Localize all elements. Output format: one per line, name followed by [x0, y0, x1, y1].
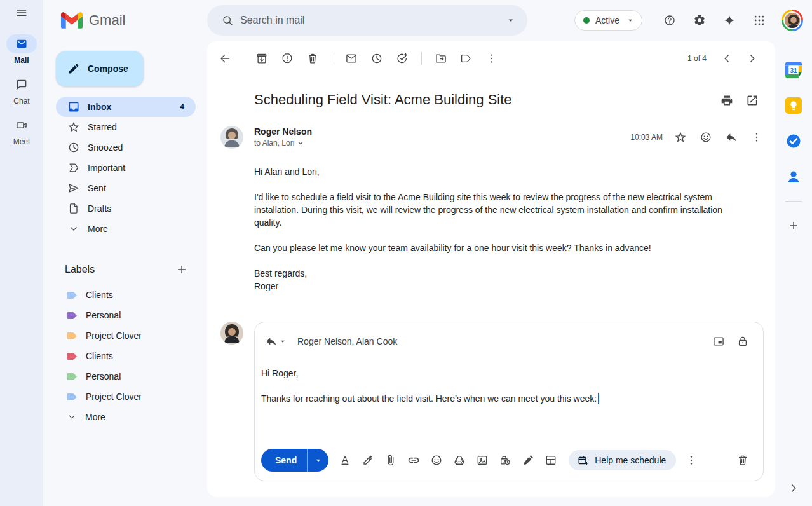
top-bar: Gmail Active	[43, 0, 812, 41]
sidebar-item-starred[interactable]: Starred	[56, 117, 196, 137]
back-button[interactable]	[212, 46, 238, 71]
sidebar-item-drafts[interactable]: Drafts	[56, 198, 196, 219]
confidential-lock-button[interactable]	[731, 330, 754, 353]
emoji-reaction-button[interactable]	[693, 125, 719, 150]
mark-unread-button[interactable]	[339, 46, 364, 71]
archive-button[interactable]	[249, 46, 274, 71]
rail-item-chat[interactable]: Chat	[6, 75, 37, 106]
support-button[interactable]	[657, 8, 682, 33]
reply-button[interactable]	[719, 125, 744, 150]
sidebar-item-inbox[interactable]: Inbox 4	[56, 97, 196, 117]
status-selector[interactable]: Active	[574, 10, 642, 31]
sidebar-item-important[interactable]: Important	[56, 158, 196, 178]
mail-icon	[15, 38, 28, 50]
reply-body-editor[interactable]: Hi Roger, Thanks for reaching out about …	[255, 353, 763, 405]
report-spam-button[interactable]	[274, 46, 300, 71]
label-item[interactable]: Clients	[56, 285, 196, 305]
label-item[interactable]: Personal	[56, 366, 196, 386]
compose-button[interactable]: Compose	[56, 51, 144, 86]
sidebar-item-more[interactable]: More	[56, 219, 196, 239]
gemini-button[interactable]	[717, 8, 742, 33]
draft-icon	[67, 202, 80, 215]
search-options-button[interactable]	[498, 8, 524, 33]
body-paragraph: Best regards,	[254, 267, 737, 280]
more-options-button[interactable]	[479, 46, 504, 71]
insert-from-drive-button[interactable]	[448, 449, 471, 472]
show-side-panel-button[interactable]	[781, 475, 806, 501]
label-name: Personal	[86, 371, 121, 381]
keep-panel-button[interactable]	[781, 93, 806, 118]
snooze-button[interactable]	[364, 46, 389, 71]
attach-file-button[interactable]	[379, 449, 402, 472]
insert-photo-button[interactable]	[471, 449, 494, 472]
layouts-button[interactable]	[539, 449, 562, 472]
formatting-options-button[interactable]	[334, 449, 356, 472]
insert-signature-button[interactable]	[517, 449, 539, 472]
trash-icon	[736, 454, 749, 467]
help-me-write-button[interactable]	[356, 449, 379, 472]
send-button[interactable]: Send	[261, 455, 307, 465]
newer-button[interactable]	[714, 46, 740, 71]
confidential-mode-button[interactable]	[494, 449, 517, 472]
label-name: Clients	[86, 290, 113, 300]
sidebar-item-label: Starred	[88, 122, 117, 132]
settings-button[interactable]	[687, 8, 712, 33]
pop-out-button[interactable]	[707, 330, 730, 353]
reply-header: Roger Nelson, Alan Cook	[255, 322, 763, 353]
sidebar-item-sent[interactable]: Sent	[56, 178, 196, 198]
more-vertical-icon	[750, 131, 763, 144]
search-bar[interactable]	[207, 5, 527, 36]
lock-icon	[736, 335, 749, 348]
app-title: Gmail	[89, 12, 125, 29]
search-button[interactable]	[215, 8, 240, 33]
status-dot	[583, 17, 590, 24]
archive-icon	[255, 52, 268, 65]
create-label-button[interactable]	[170, 258, 193, 281]
label-item[interactable]: Project Clover	[56, 386, 196, 407]
add-to-tasks-button[interactable]	[389, 46, 415, 71]
sidebar-item-label: Drafts	[88, 203, 111, 214]
drive-icon	[453, 454, 466, 467]
discard-draft-button[interactable]	[731, 449, 754, 472]
delete-button[interactable]	[300, 46, 325, 71]
tasks-panel-button[interactable]	[781, 128, 806, 154]
pencil-icon	[67, 62, 80, 75]
label-item[interactable]: Clients	[56, 346, 196, 366]
thread-card: 1 of 4 Scheduling Field Visit: Acme Buil…	[207, 41, 775, 497]
sidebar-item-snoozed[interactable]: Snoozed	[56, 137, 196, 158]
move-to-button[interactable]	[428, 46, 454, 71]
main-menu-button[interactable]	[0, 0, 43, 25]
star-message-button[interactable]	[668, 125, 693, 150]
insert-emoji-button[interactable]	[425, 449, 448, 472]
open-in-new-button[interactable]	[740, 88, 765, 113]
search-input[interactable]	[240, 15, 498, 26]
calendar-panel-button[interactable]: 31	[781, 57, 806, 83]
recipients-label: to Alan, Lori	[254, 139, 294, 147]
label-item[interactable]: Personal	[56, 305, 196, 325]
recipients-toggle[interactable]: to Alan, Lori	[254, 138, 312, 148]
sender-avatar[interactable]	[220, 126, 243, 149]
reply-recipients[interactable]: Roger Nelson, Alan Cook	[297, 336, 397, 346]
reply-type-selector[interactable]	[262, 332, 290, 350]
labels-button[interactable]	[454, 46, 479, 71]
send-options-button[interactable]	[307, 449, 328, 472]
body-paragraph: I'd like to schedule a field visit to th…	[254, 191, 737, 229]
more-vertical-icon	[485, 52, 498, 65]
label-item[interactable]: Project Clover	[56, 325, 196, 346]
help-me-schedule-button[interactable]: Help me schedule	[569, 450, 676, 470]
google-apps-button[interactable]	[747, 8, 772, 33]
contacts-panel-button[interactable]	[781, 164, 806, 189]
rail-item-mail[interactable]: Mail	[6, 34, 37, 65]
reply-line: Hi Roger,	[261, 367, 753, 380]
rail-item-meet[interactable]: Meet	[6, 116, 37, 146]
compose-more-button[interactable]	[680, 449, 703, 472]
clock-icon	[67, 141, 80, 154]
thread-toolbar: 1 of 4	[207, 41, 775, 76]
labels-more[interactable]: More	[56, 407, 196, 427]
insert-link-button[interactable]	[402, 449, 425, 472]
account-avatar[interactable]	[782, 10, 803, 31]
message-more-button[interactable]	[744, 125, 769, 150]
get-addons-button[interactable]	[781, 213, 806, 238]
print-button[interactable]	[714, 88, 740, 113]
older-button[interactable]	[740, 46, 765, 71]
